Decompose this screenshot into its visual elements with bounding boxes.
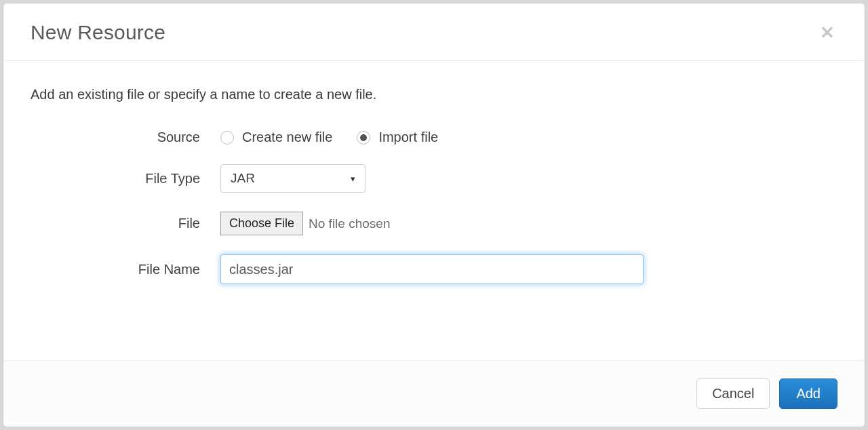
radio-create-new-file[interactable]: Create new file — [220, 130, 332, 145]
file-status-text: No file chosen — [309, 216, 390, 231]
new-resource-modal: New Resource ✕ Add an existing file or s… — [3, 3, 865, 427]
radio-import-file[interactable]: Import file — [357, 130, 438, 145]
modal-body: Add an existing file or specify a name t… — [3, 61, 865, 360]
modal-footer: Cancel Add — [3, 360, 865, 427]
file-row: File Choose File No file chosen — [31, 212, 837, 235]
modal-header: New Resource ✕ — [3, 3, 865, 61]
chevron-down-icon: ▾ — [351, 174, 355, 184]
file-chooser: Choose File No file chosen — [220, 212, 390, 235]
file-type-row: File Type JAR ▾ — [31, 164, 837, 193]
close-icon[interactable]: ✕ — [817, 21, 837, 44]
radio-icon — [357, 131, 370, 144]
source-label: Source — [31, 130, 220, 145]
file-type-control: JAR ▾ — [220, 164, 837, 193]
modal-title: New Resource — [31, 21, 165, 44]
file-name-row: File Name — [31, 254, 837, 284]
cancel-button[interactable]: Cancel — [696, 378, 770, 409]
file-name-label: File Name — [31, 262, 220, 277]
add-button[interactable]: Add — [779, 378, 837, 409]
file-type-value: JAR — [231, 171, 255, 186]
file-control: Choose File No file chosen — [220, 212, 837, 235]
radio-label-create: Create new file — [242, 130, 332, 145]
source-radio-group: Create new file Import file — [220, 130, 837, 145]
instruction-text: Add an existing file or specify a name t… — [31, 87, 837, 102]
file-name-input[interactable] — [220, 254, 644, 284]
file-label: File — [31, 216, 220, 231]
choose-file-button[interactable]: Choose File — [220, 212, 303, 235]
file-type-select[interactable]: JAR ▾ — [220, 164, 366, 193]
radio-label-import: Import file — [378, 130, 438, 145]
radio-icon — [220, 131, 234, 144]
source-row: Source Create new file Import file — [31, 130, 837, 145]
file-type-label: File Type — [31, 171, 220, 187]
file-name-control — [220, 254, 837, 284]
